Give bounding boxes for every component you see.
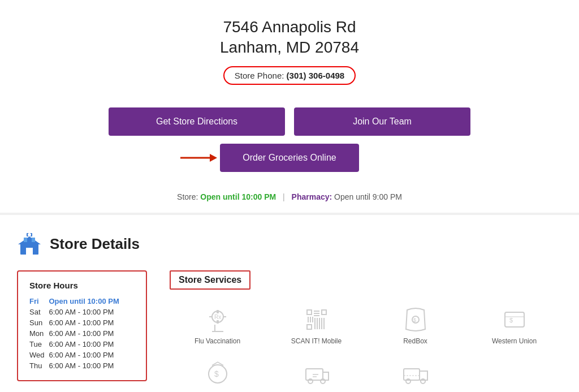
day-cell: Mon	[29, 328, 49, 339]
svg-rect-12	[217, 310, 219, 313]
flu-vaccination-label: Flu Vaccination	[195, 337, 240, 345]
top-section: 7546 Annapolis Rd Lanham, MD 20784 Store…	[0, 0, 579, 215]
svg-rect-6	[32, 238, 35, 242]
store-open-status: Open until 10:00 PM	[200, 192, 276, 201]
store-status-row: Store: Open until 10:00 PM | Pharmacy: O…	[11, 192, 568, 201]
order-groceries-button[interactable]: Order Groceries Online	[220, 144, 358, 172]
svg-rect-21	[307, 325, 312, 329]
day-cell: Sun	[29, 317, 49, 328]
flu-vaccination-icon: Rx	[204, 305, 232, 334]
service-item-scan-it-mobile: SCAN IT! Mobile	[269, 301, 364, 350]
giant-pickup-icon	[303, 360, 331, 388]
service-item-giant-delivers: Giant Delivers	[368, 355, 463, 392]
action-buttons-row: Get Store Directions Join Our Team	[109, 107, 470, 136]
svg-marker-3	[18, 236, 41, 244]
giant-delivers-icon	[401, 360, 430, 388]
scan-it-mobile-label: SCAN IT! Mobile	[291, 337, 342, 345]
hours-row: FriOpen until 10:00 PM	[29, 296, 124, 307]
store-building-icon	[17, 232, 42, 257]
hours-table: FriOpen until 10:00 PMSat6:00 AM - 10:00…	[29, 296, 124, 371]
bottom-section: Store Details Store Hours FriOpen until …	[0, 215, 579, 392]
store-status-label: Store:	[177, 192, 198, 201]
services-grid: Rx Flu Vaccination SCAN IT! Mobile $ Red…	[170, 301, 562, 392]
hours-row: Sun6:00 AM - 10:00 PM	[29, 317, 124, 328]
hours-title: Store Hours	[29, 281, 135, 290]
red-arrow-icon	[180, 149, 217, 166]
time-cell: 6:00 AM - 10:00 PM	[49, 328, 124, 339]
western-union-label: Western Union	[492, 337, 537, 345]
scan-it-mobile-icon	[303, 305, 331, 334]
service-item-coinstar: $ Coinstar	[170, 355, 265, 392]
svg-rect-19	[307, 310, 312, 315]
hours-row: Thu6:00 AM - 10:00 PM	[29, 360, 124, 371]
svg-text:$: $	[509, 317, 513, 324]
get-directions-button[interactable]: Get Store Directions	[109, 107, 285, 136]
pharmacy-hours: Open until 9:00 PM	[334, 192, 402, 201]
day-cell: Tue	[29, 339, 49, 350]
services-title: Store Services	[170, 270, 250, 290]
service-item-western-union: $ Western Union	[466, 301, 562, 350]
details-grid: Store Hours FriOpen until 10:00 PMSat6:0…	[17, 270, 562, 392]
day-cell: Sat	[29, 307, 49, 317]
day-cell: Wed	[29, 350, 49, 360]
service-item-giant-pickup: Giant Pickup	[269, 355, 364, 392]
section-title-row: Store Details	[17, 232, 562, 257]
order-button-container: Order Groceries Online	[220, 144, 358, 172]
western-union-icon: $	[500, 305, 529, 334]
time-cell: 6:00 AM - 10:00 PM	[49, 339, 124, 350]
time-cell: 6:00 AM - 10:00 PM	[49, 317, 124, 328]
svg-rect-35	[505, 312, 524, 327]
section-title: Store Details	[50, 235, 140, 253]
hours-row: Sat6:00 AM - 10:00 PM	[29, 307, 124, 317]
svg-point-8	[28, 233, 31, 236]
join-team-button[interactable]: Join Our Team	[294, 107, 470, 136]
pharmacy-label: Pharmacy:	[292, 192, 332, 201]
store-hours-box: Store Hours FriOpen until 10:00 PMSat6:0…	[17, 270, 147, 381]
service-item-redbox: $ RedBox	[368, 301, 463, 350]
time-cell: 6:00 AM - 10:00 PM	[49, 307, 124, 317]
status-separator: |	[283, 192, 285, 201]
svg-rect-20	[322, 310, 326, 315]
hours-row: Tue6:00 AM - 10:00 PM	[29, 339, 124, 350]
day-cell: Thu	[29, 360, 49, 371]
redbox-label: RedBox	[403, 337, 427, 345]
store-address: 7546 Annapolis Rd Lanham, MD 20784	[11, 17, 568, 58]
redbox-icon: $	[401, 305, 430, 334]
coinstar-icon: $	[204, 360, 232, 388]
hours-row: Wed6:00 AM - 10:00 PM	[29, 350, 124, 360]
hours-row: Mon6:00 AM - 10:00 PM	[29, 328, 124, 339]
day-cell: Fri	[29, 296, 49, 307]
time-cell: Open until 10:00 PM	[49, 296, 124, 307]
svg-rect-43	[404, 369, 420, 380]
order-button-row: Order Groceries Online	[11, 144, 568, 182]
svg-text:$: $	[214, 369, 219, 378]
phone-display: Store Phone: (301) 306-0498	[223, 66, 356, 85]
svg-rect-4	[26, 248, 33, 255]
service-item-flu-vaccination: Rx Flu Vaccination	[170, 301, 265, 350]
svg-rect-13	[217, 320, 219, 324]
svg-text:Rx: Rx	[214, 314, 221, 320]
services-section: Store Services Rx Flu Vaccination SCAN I…	[170, 270, 562, 392]
time-cell: 6:00 AM - 10:00 PM	[49, 350, 124, 360]
svg-text:$: $	[413, 317, 416, 323]
time-cell: 6:00 AM - 10:00 PM	[49, 360, 124, 371]
svg-rect-5	[24, 238, 27, 242]
svg-marker-1	[210, 154, 217, 162]
left-column: Store Hours FriOpen until 10:00 PMSat6:0…	[17, 270, 147, 392]
